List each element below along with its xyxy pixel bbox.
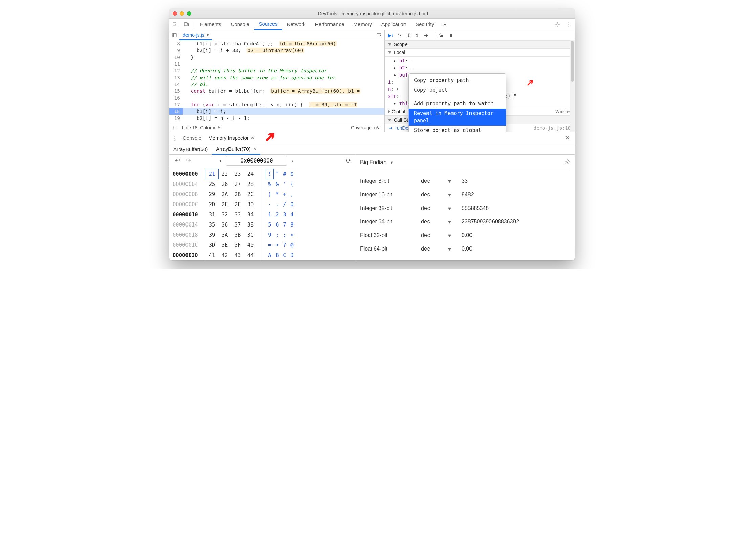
- chevron-down-icon[interactable]: ▼: [390, 160, 393, 165]
- tab-network[interactable]: Network: [282, 19, 310, 30]
- hex-row[interactable]: 00000014353637385678: [171, 220, 355, 230]
- minimize-window-button[interactable]: [180, 11, 184, 16]
- hex-byte[interactable]: 32: [218, 210, 231, 220]
- hex-ascii-char[interactable]: %: [266, 179, 273, 189]
- hex-byte[interactable]: 30: [244, 199, 257, 210]
- endian-select[interactable]: Big Endian: [360, 159, 386, 166]
- hex-byte[interactable]: 41: [205, 250, 218, 260]
- hex-byte[interactable]: 35: [205, 220, 218, 230]
- hex-byte[interactable]: 2F: [231, 199, 244, 210]
- step-into-icon[interactable]: ↧: [407, 33, 411, 38]
- close-window-button[interactable]: [173, 11, 177, 16]
- debugger-pane-toggle-icon[interactable]: [374, 33, 384, 38]
- hex-ascii-char[interactable]: /: [281, 199, 288, 210]
- file-tab-demo-js[interactable]: demo-js.js ✕: [179, 30, 212, 40]
- hex-byte[interactable]: 44: [244, 250, 257, 260]
- kebab-menu-icon[interactable]: ⋮: [563, 19, 575, 30]
- context-menu-item[interactable]: Reveal in Memory Inspector panel: [409, 109, 506, 126]
- hex-byte[interactable]: 31: [205, 210, 218, 220]
- resume-icon[interactable]: ▶⁞: [388, 33, 393, 38]
- hex-byte[interactable]: 22: [218, 169, 231, 179]
- drawer-tab-memory-inspector[interactable]: Memory Inspector ✕: [205, 132, 261, 144]
- hex-ascii-char[interactable]: $: [288, 169, 296, 179]
- hex-row[interactable]: 0000000425262728%&'(: [171, 179, 355, 189]
- code-line[interactable]: 10 }: [169, 54, 384, 61]
- hex-ascii-char[interactable]: 2: [273, 210, 281, 220]
- chevron-down-icon[interactable]: ▾: [448, 232, 462, 239]
- context-menu-item[interactable]: Copy property path: [409, 76, 506, 85]
- hex-byte[interactable]: 43: [231, 250, 244, 260]
- line-number[interactable]: 18: [169, 108, 183, 115]
- code-line[interactable]: 8 b1[i] = str.charCodeAt(i); b1 = Uint8A…: [169, 40, 384, 47]
- step-icon[interactable]: ➔: [424, 33, 428, 38]
- hex-ascii-char[interactable]: 3: [281, 210, 288, 220]
- code-line[interactable]: 14 // b1.: [169, 81, 384, 88]
- hex-row[interactable]: 0000002041424344ABCD: [171, 250, 355, 260]
- hex-row[interactable]: 00000018393A3B3C9:;<: [171, 230, 355, 240]
- hex-grid[interactable]: 0000000021222324!"#$0000000425262728%&'(…: [169, 167, 355, 260]
- hex-byte[interactable]: 34: [244, 210, 257, 220]
- line-number[interactable]: 14: [169, 81, 183, 88]
- tab-sources[interactable]: Sources: [254, 19, 282, 30]
- code-line[interactable]: 18 b1[i] = i;: [169, 108, 384, 115]
- line-number[interactable]: 8: [169, 40, 183, 47]
- subtab-arraybuffer-70[interactable]: ArrayBuffer(70) ✕: [212, 144, 260, 155]
- close-icon[interactable]: ✕: [565, 134, 570, 142]
- hex-ascii-char[interactable]: *: [273, 189, 281, 199]
- undo-icon[interactable]: ↶: [173, 157, 181, 165]
- hex-ascii-char[interactable]: 9: [266, 230, 273, 240]
- hex-ascii-char[interactable]: :: [273, 230, 281, 240]
- chevron-down-icon[interactable]: ▾: [448, 192, 462, 198]
- pause-on-exceptions-icon[interactable]: ⏸: [448, 33, 453, 38]
- pretty-print-icon[interactable]: {}: [173, 125, 177, 130]
- tab-application[interactable]: Application: [377, 19, 411, 30]
- hex-ascii-char[interactable]: #: [281, 169, 288, 179]
- hex-ascii-char[interactable]: -: [266, 199, 273, 210]
- code-line[interactable]: 12 // Opening this buffer in the Memory …: [169, 67, 384, 74]
- line-number[interactable]: 17: [169, 101, 183, 108]
- reload-icon[interactable]: ⟳: [346, 157, 351, 165]
- address-input[interactable]: [226, 156, 287, 166]
- hex-ascii-char[interactable]: ': [281, 179, 288, 189]
- insp-format-select[interactable]: dec: [421, 205, 448, 211]
- tabs-overflow[interactable]: »: [439, 19, 451, 30]
- gear-icon[interactable]: [565, 159, 570, 166]
- hex-ascii-char[interactable]: 7: [281, 220, 288, 230]
- hex-ascii-char[interactable]: &: [273, 179, 281, 189]
- hex-ascii-char[interactable]: A: [266, 250, 273, 260]
- hex-row[interactable]: 0000000C2D2E2F30-./0: [171, 199, 355, 210]
- hex-ascii-char[interactable]: <: [288, 230, 296, 240]
- deactivate-breakpoints-icon[interactable]: ▰∕: [440, 33, 444, 38]
- hex-byte[interactable]: 42: [218, 250, 231, 260]
- prev-page-icon[interactable]: ‹: [220, 158, 221, 164]
- hex-ascii-char[interactable]: 1: [266, 210, 273, 220]
- hex-byte[interactable]: 2E: [218, 199, 231, 210]
- hex-byte[interactable]: 23: [231, 169, 244, 179]
- tab-performance[interactable]: Performance: [310, 19, 349, 30]
- line-number[interactable]: 11: [169, 61, 183, 67]
- hex-byte[interactable]: 24: [244, 169, 257, 179]
- close-icon[interactable]: ✕: [253, 147, 256, 151]
- hex-ascii-char[interactable]: B: [273, 250, 281, 260]
- hex-byte[interactable]: 3F: [231, 240, 244, 250]
- hex-ascii-char[interactable]: @: [288, 240, 296, 250]
- insp-format-select[interactable]: dec: [421, 192, 448, 198]
- step-out-icon[interactable]: ↥: [415, 33, 419, 38]
- hex-byte[interactable]: 37: [231, 220, 244, 230]
- hex-row[interactable]: 0000001C3D3E3F40=>?@: [171, 240, 355, 250]
- hex-byte[interactable]: 2A: [218, 189, 231, 199]
- hex-ascii-char[interactable]: D: [288, 250, 296, 260]
- hex-byte[interactable]: 26: [218, 179, 231, 189]
- scope-header[interactable]: Scope: [385, 40, 575, 48]
- close-icon[interactable]: ✕: [206, 33, 210, 37]
- chevron-down-icon[interactable]: ▾: [448, 246, 462, 252]
- device-toggle-icon[interactable]: [181, 19, 192, 30]
- hex-byte[interactable]: 2C: [244, 189, 257, 199]
- hex-byte[interactable]: 40: [244, 240, 257, 250]
- hex-ascii-char[interactable]: >: [273, 240, 281, 250]
- hex-byte[interactable]: 25: [205, 179, 218, 189]
- close-icon[interactable]: ✕: [251, 136, 254, 141]
- code-line[interactable]: 9 b2[i] = i + 33; b2 = Uint8Array(60): [169, 47, 384, 54]
- hex-byte[interactable]: 2B: [231, 189, 244, 199]
- hex-byte[interactable]: 3A: [218, 230, 231, 240]
